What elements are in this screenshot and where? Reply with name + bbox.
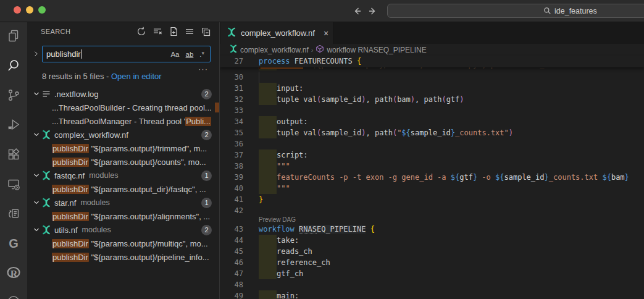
whole-word-toggle[interactable]: ab	[184, 50, 196, 59]
sticky-scroll-line[interactable]: 27process FEATURECOUNTS {	[220, 56, 644, 67]
match-count-badge: 2	[201, 130, 212, 140]
search-result-match[interactable]: ...ThreadPoolBuilder - Creating thread p…	[27, 101, 219, 114]
activity-bar-search-icon[interactable]	[6, 58, 21, 73]
match-case-toggle[interactable]: Aa	[169, 50, 181, 59]
code-line: 47gtf_ch	[220, 268, 644, 279]
match-highlight: publishDir	[52, 239, 89, 248]
search-input[interactable]: publishdir Aa ab .*	[42, 46, 211, 62]
search-result-file[interactable]: fastqc.nfmodules1	[27, 169, 219, 182]
activity-bar-task-runner-icon[interactable]	[6, 206, 21, 221]
command-center-search-label: ide_features	[554, 7, 597, 15]
breadcrumb-file[interactable]: complex_workflow.nf	[240, 46, 309, 54]
line-number: 32	[220, 94, 243, 105]
activity-bar-files-icon[interactable]	[6, 28, 21, 43]
chevron-down-icon[interactable]	[31, 89, 41, 99]
search-results-tree: .nextflow.log2...ThreadPoolBuilder - Cre…	[27, 87, 219, 264]
search-result-match[interactable]: publishDir "${params.output}/multiqc", m…	[27, 237, 219, 250]
chevron-down-icon[interactable]	[31, 198, 41, 208]
line-number: 43	[220, 224, 243, 235]
search-result-file[interactable]: utils.nfmodules2	[27, 223, 219, 237]
search-results-summary: 8 results in 5 files - Open in editor	[42, 72, 162, 81]
code-line: 32tuple val(sample_id), path(bam), path(…	[220, 94, 644, 105]
code-line: 45reads_ch	[220, 246, 644, 257]
activity-bar-remote-explorer-icon[interactable]	[6, 177, 21, 192]
open-in-editor-link[interactable]: Open in editor	[111, 72, 162, 81]
command-center-search[interactable]: ide_features	[387, 4, 644, 18]
line-number: 30	[220, 72, 243, 83]
forward-button[interactable]	[366, 4, 380, 19]
code-line: 30	[220, 72, 644, 83]
regex-toggle[interactable]: .*	[198, 50, 206, 59]
line-number: 47	[220, 268, 243, 279]
activity-bar-run-debug-icon[interactable]	[6, 117, 21, 132]
file-name: fastqc.nf	[54, 171, 85, 180]
line-number: 34	[220, 116, 243, 127]
activity-bar-extensions-icon[interactable]	[6, 147, 21, 162]
activity-bar-partial-bottom-icon[interactable]	[6, 295, 21, 299]
search-result-file[interactable]: .nextflow.log2	[27, 87, 219, 101]
search-result-match[interactable]: publishDir "${params.output}/trimmed", m…	[27, 141, 219, 155]
search-result-match[interactable]: publishDir "${params.output}/counts", mo…	[27, 155, 219, 169]
activity-bar-source-control-icon[interactable]	[6, 88, 21, 103]
chevron-down-icon[interactable]	[31, 130, 41, 140]
back-button[interactable]	[349, 4, 364, 19]
code-line: 33	[220, 105, 644, 116]
match-highlight: publishDir	[52, 144, 89, 153]
open-new-search-editor-icon[interactable]	[167, 25, 180, 38]
chevron-down-icon[interactable]	[31, 225, 41, 235]
clear-search-results-icon[interactable]	[151, 25, 164, 38]
nextflow-icon	[41, 225, 51, 235]
file-folder-description: modules	[80, 198, 109, 207]
match-highlight: Publi...	[185, 117, 211, 126]
code-line: 49main:	[220, 290, 644, 299]
tab-close-button[interactable]: ×	[324, 28, 328, 39]
code-editor[interactable]: 27process FEATURECOUNTS { publishDir "${…	[220, 56, 644, 299]
match-line-text: ...ThreadPoolBuilder - Creating thread p…	[52, 103, 212, 112]
refresh-icon[interactable]	[135, 25, 148, 38]
search-input-value: publishdir	[46, 49, 81, 59]
match-highlight: publishDir	[52, 185, 89, 194]
match-count-badge: 2	[201, 225, 212, 235]
close-window-button[interactable]	[14, 6, 21, 14]
toggle-search-details-button[interactable]: ···	[198, 64, 208, 74]
search-result-file[interactable]: complex_workflow.nf2	[27, 128, 219, 141]
codelens-preview-dag[interactable]: Preview DAG	[220, 216, 644, 224]
search-result-match[interactable]: publishDir "${params.output_dir}/fastqc"…	[27, 182, 219, 196]
collapse-all-icon[interactable]	[199, 25, 212, 38]
match-line-text: publishDir "${params.output}/trimmed", m…	[52, 144, 207, 153]
partially-visible-line: publishDir "${params.output}/counts", mo…	[220, 67, 644, 71]
line-number: 36	[220, 138, 243, 150]
activity-bar-r-lang-icon[interactable]: R	[6, 266, 21, 280]
code-line: 35tuple val(sample_id), path("${sample_i…	[220, 127, 644, 138]
toggle-replace-button[interactable]	[31, 47, 41, 61]
match-highlight: publishDir	[52, 158, 89, 167]
view-as-list-icon[interactable]	[183, 25, 196, 38]
line-number: 27	[220, 56, 243, 67]
file-name: utils.nf	[54, 225, 78, 235]
match-line-text: publishDir "${params.output}/counts", mo…	[52, 158, 206, 167]
breadcrumb-symbol[interactable]: workflow RNASEQ_PIPELINE	[327, 46, 426, 54]
search-result-file[interactable]: star.nfmodules1	[27, 196, 219, 209]
match-highlight: publishDir	[52, 253, 89, 262]
breadcrumb-separator: ›	[311, 46, 314, 54]
tab-complex-workflow[interactable]: complex_workflow.nf ×	[220, 22, 333, 44]
chevron-down-icon[interactable]	[31, 171, 41, 180]
line-number: 38	[220, 161, 243, 172]
file-folder-description: modules	[82, 225, 111, 234]
activity-bar-gitlens-icon[interactable]: G	[6, 236, 21, 251]
tab-label: complex_workflow.nf	[241, 28, 315, 38]
zoom-window-button[interactable]	[38, 6, 46, 14]
match-line-text: publishDir "${params.output}/alignments"…	[52, 212, 210, 221]
match-count-badge: 2	[201, 89, 212, 99]
editor-group: complex_workflow.nf × complex_workflow.n…	[220, 22, 644, 299]
line-number: 41	[220, 194, 243, 205]
search-result-match[interactable]: ...ThreadPoolManager - Thread pool 'Publ…	[27, 114, 219, 128]
line-number: 31	[220, 83, 243, 94]
search-result-match[interactable]: publishDir "${params.output}/pipeline_in…	[27, 250, 219, 264]
tab-bar: complex_workflow.nf ×	[220, 22, 644, 44]
line-number: 39	[220, 172, 243, 183]
search-result-match[interactable]: publishDir "${params.output}/alignments"…	[27, 209, 219, 223]
line-number: 35	[220, 127, 243, 138]
minimize-window-button[interactable]	[26, 6, 33, 14]
symbol-namespace-icon	[316, 44, 324, 55]
